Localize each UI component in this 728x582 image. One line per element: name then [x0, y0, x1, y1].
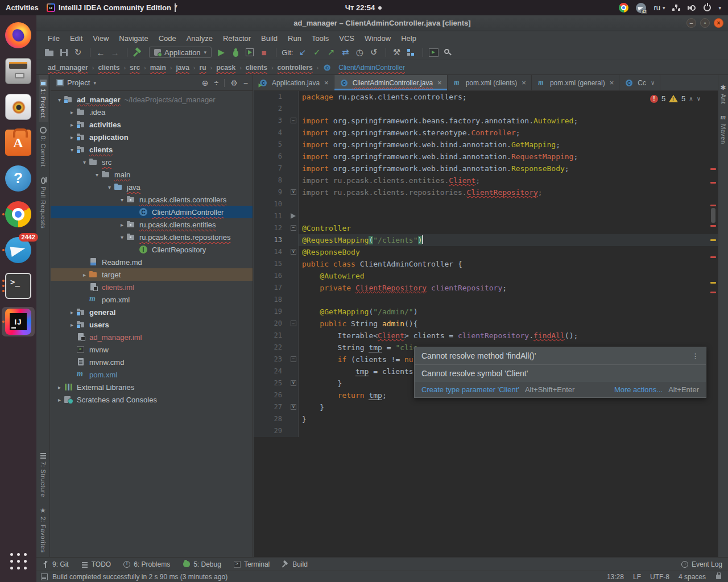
breadcrumb-item-java[interactable]: java: [175, 63, 190, 72]
line-separator-indicator[interactable]: LF: [633, 573, 641, 581]
menu-run[interactable]: Run: [283, 33, 306, 44]
debug-icon[interactable]: [229, 46, 242, 59]
error-stripe-mark[interactable]: [710, 292, 716, 293]
tree-row-target[interactable]: ▸target: [51, 268, 253, 281]
run-anything-icon[interactable]: [427, 46, 440, 59]
tree-chevron-icon[interactable]: ▾: [93, 172, 101, 178]
run-icon[interactable]: ▶: [215, 46, 228, 59]
code-line-text[interactable]: import org.springframework.web.bind.anno…: [299, 163, 718, 174]
forward-icon[interactable]: →: [109, 46, 121, 59]
code-line-text[interactable]: import org.springframework.beans.factory…: [299, 115, 718, 127]
menu-navigate[interactable]: Navigate: [114, 33, 152, 44]
close-tab-icon[interactable]: ×: [522, 78, 526, 87]
gutter-fold-column[interactable]: [289, 234, 299, 246]
gutter-fold-column[interactable]: [289, 270, 299, 282]
chevron-down-icon[interactable]: ▾: [718, 5, 721, 11]
tool-window-button-terminal[interactable]: Terminal: [234, 560, 270, 568]
fold-collapse-icon[interactable]: −: [291, 118, 296, 123]
gutter-line-number[interactable]: 16: [254, 270, 289, 282]
kebab-menu-icon[interactable]: ⋮: [692, 352, 699, 360]
error-stripe-mark[interactable]: [710, 205, 716, 206]
gutter-fold-column[interactable]: [289, 282, 299, 294]
search-everywhere-icon[interactable]: [441, 46, 454, 59]
gutter-fold-column[interactable]: [289, 151, 299, 163]
gutter-fold-column[interactable]: [289, 174, 299, 186]
error-stripe-mark[interactable]: [710, 256, 716, 258]
tree-row-main[interactable]: ▾main: [51, 168, 253, 181]
code-line-text[interactable]: public class ClientAdminController {: [299, 258, 718, 270]
run-with-coverage-icon[interactable]: [243, 46, 256, 59]
locate-file-icon[interactable]: ⊕: [202, 78, 209, 88]
tool-window-button-build[interactable]: Build: [282, 560, 308, 568]
gutter-fold-column[interactable]: −: [289, 222, 299, 234]
menu-file[interactable]: File: [43, 33, 64, 44]
code-line-text[interactable]: public String admin(){: [299, 318, 718, 330]
git-compare-icon[interactable]: ⇄: [339, 46, 351, 59]
tree-row-ad-manager[interactable]: ▾ad_manager~/IdeaProjects/ad_manager: [51, 93, 253, 106]
dock-item-terminal[interactable]: [2, 271, 35, 301]
tree-chevron-icon[interactable]: ▸: [55, 397, 64, 403]
menu-tools[interactable]: Tools: [307, 33, 333, 44]
tree-row-activities[interactable]: ▸activities: [51, 118, 253, 131]
error-stripe-mark[interactable]: [710, 182, 716, 184]
keyboard-layout-indicator[interactable]: ru ▾: [653, 3, 665, 12]
breadcrumb-item-clientadmincontroller[interactable]: CClientAdminController: [321, 63, 406, 73]
tree-row-mvnw-cmd[interactable]: mvnw.cmd: [51, 356, 253, 368]
tree-chevron-icon[interactable]: ▸: [118, 222, 126, 228]
gutter-line-number[interactable]: 25: [254, 377, 289, 389]
gutter-fold-column[interactable]: [289, 413, 299, 425]
back-icon[interactable]: ←: [94, 46, 107, 59]
code-line-text[interactable]: [299, 294, 718, 306]
tool-window-button-event-log[interactable]: Event Log: [681, 560, 722, 568]
tree-row-java[interactable]: ▾java: [51, 181, 253, 193]
code-line-text[interactable]: }: [299, 401, 718, 413]
tree-row-scratches-and-consoles[interactable]: ▸Scratches and Consoles: [51, 393, 253, 406]
code-line-text[interactable]: [299, 210, 718, 222]
clock[interactable]: Чт 22:54: [345, 3, 382, 12]
tree-chevron-icon[interactable]: ▾: [68, 147, 76, 153]
inspections-widget[interactable]: ! 5 5 ∧ ∨: [650, 94, 701, 103]
settings-gear-icon[interactable]: ⚙: [230, 78, 238, 88]
chrome-tray-icon[interactable]: [619, 3, 628, 13]
dock-item-rhythmbox[interactable]: [2, 92, 35, 122]
menu-build[interactable]: Build: [257, 33, 282, 44]
tool-window-button-0-commit[interactable]: 0: Commit: [39, 122, 48, 172]
maximize-button[interactable]: ▫: [700, 18, 710, 28]
gutter-line-number[interactable]: 15: [254, 258, 289, 270]
tree-row-clients[interactable]: ▾clients: [51, 143, 253, 156]
tool-window-button-7-structure[interactable]: 7: Structure: [39, 448, 48, 502]
dock-item-telegram[interactable]: 2442: [2, 235, 35, 265]
dock-item-firefox[interactable]: [2, 20, 35, 50]
fold-end-icon[interactable]: ∨: [291, 404, 296, 410]
tree-row-pom-xml[interactable]: mpom.xml: [51, 368, 253, 381]
gutter-line-number[interactable]: 4: [254, 127, 289, 139]
tree-chevron-icon[interactable]: ▾: [118, 234, 126, 240]
menu-window[interactable]: Window: [360, 33, 395, 44]
tree-row-idea[interactable]: ▸.idea: [51, 106, 253, 118]
gutter-line-number[interactable]: 23: [254, 354, 289, 365]
activities-button[interactable]: Activities: [6, 3, 39, 12]
save-all-icon[interactable]: [57, 46, 70, 59]
gutter-fold-column[interactable]: ∨: [289, 186, 299, 198]
lock-icon[interactable]: [716, 575, 721, 579]
tree-row-pom-xml[interactable]: mpom.xml: [51, 293, 253, 306]
breadcrumb-item-clients[interactable]: clients: [97, 63, 121, 72]
gutter-fold-column[interactable]: [289, 103, 299, 115]
gutter-fold-column[interactable]: [289, 163, 299, 174]
scrollbar-thumb[interactable]: [711, 208, 715, 223]
gutter-fold-column[interactable]: [289, 425, 299, 437]
gutter-fold-column[interactable]: [289, 139, 299, 151]
project-structure-icon[interactable]: [404, 46, 417, 59]
dock-item-intellij-idea[interactable]: [2, 307, 35, 336]
gutter-line-number[interactable]: 12: [254, 222, 289, 234]
fold-collapse-icon[interactable]: −: [291, 356, 296, 362]
code-line-text[interactable]: @RequestMapping("/clients"): [299, 234, 718, 246]
gutter-fold-column[interactable]: [289, 389, 299, 401]
gutter-fold-column[interactable]: [289, 330, 299, 342]
run-configuration-select[interactable]: Application▾: [149, 47, 212, 58]
gutter-line-number[interactable]: 8: [254, 174, 289, 186]
menu-refactor[interactable]: Refactor: [218, 33, 255, 44]
gutter-line-number[interactable]: 1: [254, 91, 289, 103]
hide-panel-icon[interactable]: −: [243, 78, 248, 88]
tool-window-button-ant[interactable]: ∗Ant: [719, 78, 728, 109]
